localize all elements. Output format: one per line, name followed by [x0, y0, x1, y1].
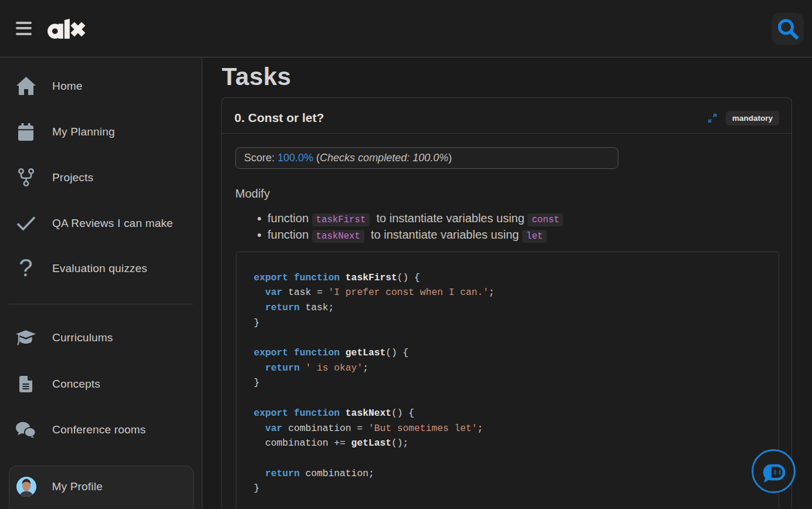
svg-text:?: ? — [19, 256, 32, 281]
